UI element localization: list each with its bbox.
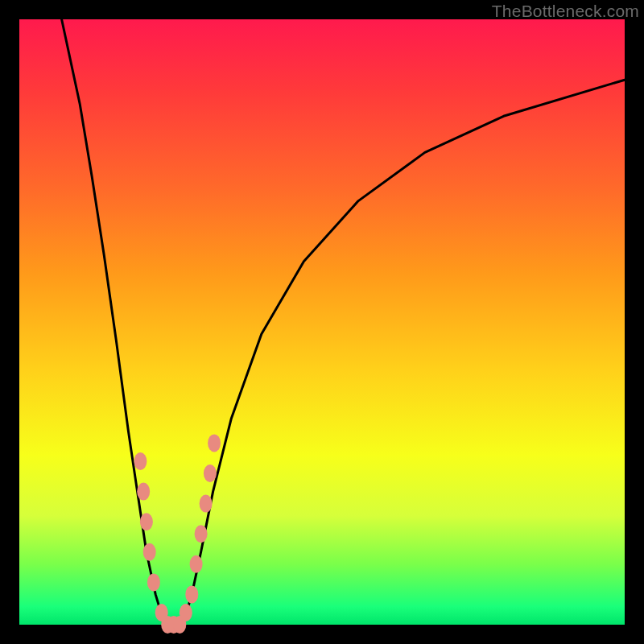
sample-dot (180, 604, 192, 621)
sample-dot (185, 585, 198, 603)
sample-dot (200, 495, 213, 513)
chart-svg (19, 19, 625, 625)
dot-group (134, 434, 221, 634)
sample-dot (143, 543, 156, 561)
sample-dot (134, 452, 147, 470)
curve-right-branch (183, 80, 625, 625)
curve-left-branch (62, 19, 165, 625)
sample-dot (137, 483, 150, 501)
sample-dot (140, 513, 153, 530)
plot-area (19, 19, 625, 625)
watermark-text: TheBottleneck.com (492, 2, 639, 21)
sample-dot (208, 434, 221, 452)
sample-dot (147, 573, 160, 591)
sample-dot (195, 525, 208, 543)
curve-group (62, 19, 625, 625)
chart-frame: TheBottleneck.com (0, 0, 644, 644)
sample-dot (204, 464, 217, 482)
sample-dot (190, 555, 203, 573)
